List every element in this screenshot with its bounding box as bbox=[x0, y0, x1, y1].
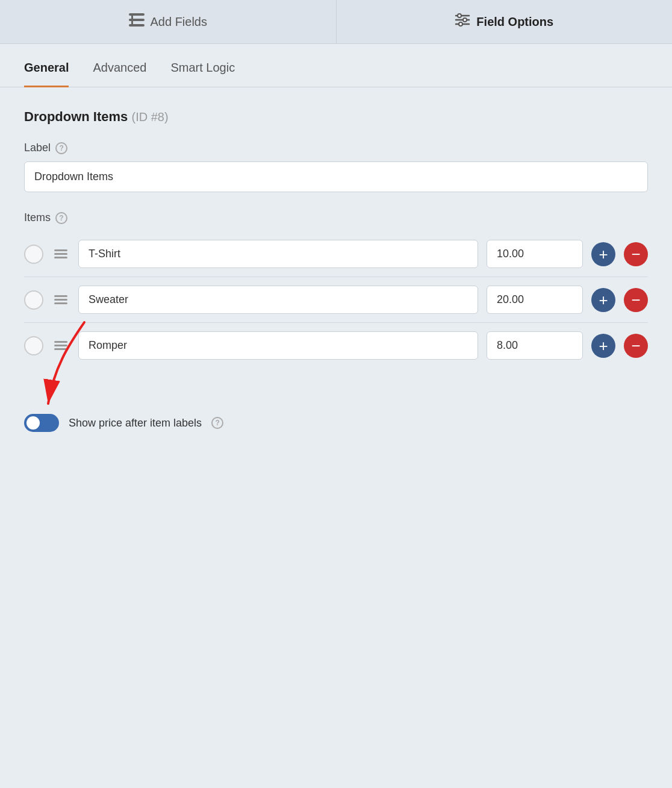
field-options-icon bbox=[455, 13, 470, 30]
remove-item-button-3[interactable]: − bbox=[624, 334, 648, 358]
item-radio-2[interactable] bbox=[24, 290, 43, 310]
svg-rect-1 bbox=[129, 19, 145, 21]
svg-rect-2 bbox=[129, 24, 145, 27]
toggle-label: Show price after item labels bbox=[69, 417, 202, 430]
items-help-icon[interactable]: ? bbox=[55, 212, 67, 224]
add-fields-icon bbox=[129, 13, 145, 30]
field-options-label: Field Options bbox=[476, 15, 553, 29]
toggle-row: Show price after item labels ? bbox=[24, 414, 223, 432]
item-row: + − bbox=[24, 231, 648, 277]
drag-handle-2[interactable] bbox=[52, 293, 70, 307]
tab-add-fields[interactable]: Add Fields bbox=[0, 0, 337, 43]
remove-item-button-1[interactable]: − bbox=[624, 242, 648, 266]
header-bar: Add Fields Field Options bbox=[0, 0, 672, 44]
label-help-icon[interactable]: ? bbox=[55, 142, 67, 154]
toggle-help-icon[interactable]: ? bbox=[211, 417, 223, 429]
sub-tab-advanced[interactable]: Advanced bbox=[93, 50, 146, 87]
drag-handle-1[interactable] bbox=[52, 247, 70, 261]
sub-tabs: General Advanced Smart Logic bbox=[0, 50, 672, 87]
tab-field-options[interactable]: Field Options bbox=[337, 0, 673, 43]
panel: Add Fields Field Options General Advance… bbox=[0, 0, 672, 788]
svg-point-8 bbox=[463, 18, 467, 22]
item-price-input-1[interactable] bbox=[487, 240, 583, 268]
item-row: + − bbox=[24, 277, 648, 323]
svg-rect-3 bbox=[131, 13, 133, 27]
remove-item-button-2[interactable]: − bbox=[624, 288, 648, 312]
item-row: + − bbox=[24, 323, 648, 368]
label-input[interactable] bbox=[24, 161, 648, 192]
add-fields-label: Add Fields bbox=[151, 15, 208, 29]
items-field-label: Items ? bbox=[24, 211, 648, 224]
items-section: Items ? + − bbox=[24, 211, 648, 368]
drag-handle-3[interactable] bbox=[52, 339, 70, 352]
section-id: (ID #8) bbox=[131, 110, 168, 124]
svg-rect-0 bbox=[129, 13, 145, 16]
item-name-input-2[interactable] bbox=[78, 286, 478, 314]
svg-point-7 bbox=[458, 14, 461, 17]
add-item-button-1[interactable]: + bbox=[591, 242, 615, 266]
label-field-label: Label ? bbox=[24, 142, 648, 154]
sub-tab-smart-logic[interactable]: Smart Logic bbox=[170, 50, 235, 87]
svg-point-9 bbox=[459, 22, 462, 26]
toggle-knob bbox=[26, 416, 40, 430]
item-price-input-3[interactable] bbox=[487, 331, 583, 360]
add-item-button-3[interactable]: + bbox=[591, 334, 615, 358]
show-price-toggle[interactable] bbox=[24, 414, 59, 432]
item-price-input-2[interactable] bbox=[487, 286, 583, 314]
sub-tab-general[interactable]: General bbox=[24, 50, 69, 87]
toggle-wrapper: Show price after item labels ? bbox=[24, 395, 223, 432]
item-radio-3[interactable] bbox=[24, 336, 43, 355]
section-title: Dropdown Items (ID #8) bbox=[24, 109, 648, 125]
item-name-input-1[interactable] bbox=[78, 240, 478, 268]
content-area: Dropdown Items (ID #8) Label ? Items ? bbox=[0, 87, 672, 456]
add-item-button-2[interactable]: + bbox=[591, 288, 615, 312]
item-name-input-3[interactable] bbox=[78, 331, 478, 360]
item-radio-1[interactable] bbox=[24, 245, 43, 264]
